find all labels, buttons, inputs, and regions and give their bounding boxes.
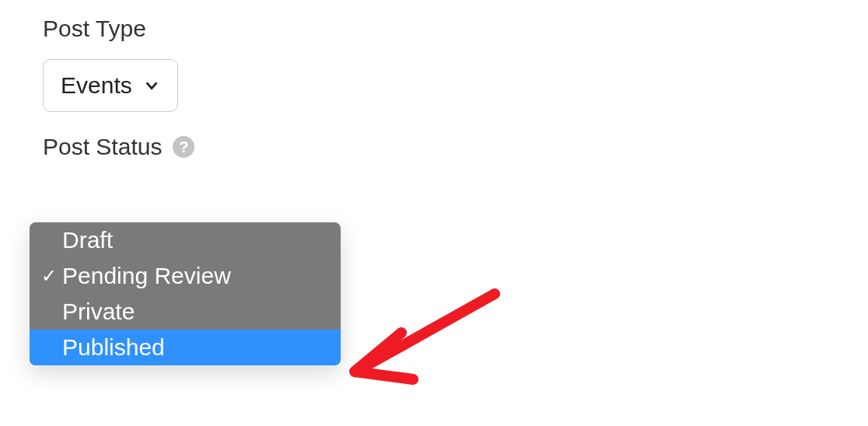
post-status-label: Post Status <box>43 134 162 160</box>
dropdown-option-label: Published <box>62 334 165 361</box>
post-status-label-row: Post Status ? <box>43 134 825 160</box>
check-icon: ✓ <box>40 265 58 287</box>
dropdown-option-label: Pending Review <box>62 263 231 289</box>
dropdown-option[interactable]: Draft <box>30 222 341 258</box>
post-type-selected-value: Events <box>61 72 132 99</box>
help-icon[interactable]: ? <box>173 136 194 158</box>
post-status-field: Post Status ? <box>43 134 825 160</box>
arrow-shaft <box>359 294 495 370</box>
post-type-label: Post Type <box>43 16 825 42</box>
post-status-dropdown[interactable]: Draft✓Pending ReviewPrivatePublished <box>30 222 341 365</box>
chevron-down-icon <box>143 77 160 94</box>
arrow-head <box>355 333 413 379</box>
dropdown-option[interactable]: Published <box>30 330 341 365</box>
post-type-field: Post Type Events <box>43 16 825 112</box>
post-type-select[interactable]: Events <box>43 59 178 112</box>
dropdown-option[interactable]: ✓Pending Review <box>30 258 341 294</box>
dropdown-option[interactable]: Private <box>30 294 341 330</box>
dropdown-option-label: Draft <box>62 227 113 253</box>
dropdown-option-label: Private <box>62 299 135 325</box>
annotation-arrow <box>339 286 510 395</box>
